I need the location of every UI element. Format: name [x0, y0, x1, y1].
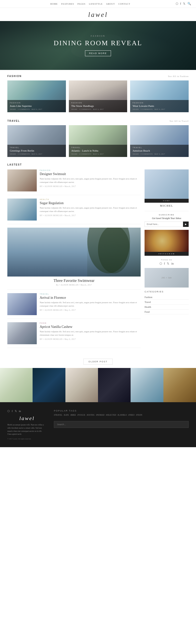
twitter-icon[interactable]: 𝕏: [183, 2, 185, 6]
sidebar-divider-1: [145, 211, 189, 211]
latest-main: FASHION Designer Swimsuit Nam lacinia vu…: [7, 170, 141, 351]
footer-tag-0[interactable]: #TRAVEL: [54, 414, 62, 416]
footer-tag-4[interactable]: #OOTDG: [87, 414, 94, 416]
older-posts-button[interactable]: OLDER POST: [83, 359, 113, 364]
follow-social-icons: ⬡ f 𝕏 in: [145, 262, 189, 266]
category-fashion[interactable]: Fashion: [145, 295, 189, 300]
fashion-section: FASHION See All in Fashion FASHION Jeans…: [0, 70, 196, 115]
footer-tag-5[interactable]: #NOMAD: [96, 414, 104, 416]
travel-card-3[interactable]: TRAVEL Jumeiran Beach SHARE · 3 COMMENTS…: [130, 125, 189, 157]
travel-card-2[interactable]: TRAVEL Atlantis - Lunch in Nobu SHARE · …: [69, 125, 127, 157]
article-3-image[interactable]: [7, 228, 141, 276]
article-row-1: FASHION Designer Swimsuit Nam lacinia vu…: [7, 170, 141, 195]
nav-pages[interactable]: PAGES: [77, 3, 85, 5]
article-2-image[interactable]: [7, 198, 37, 220]
article-3-title[interactable]: Three Favorite Swimwear: [7, 278, 141, 283]
article-2-category: HEALTH: [40, 198, 141, 200]
category-food[interactable]: Food: [145, 310, 189, 314]
facebook-icon[interactable]: f: [180, 2, 181, 6]
footer-img-2: [33, 368, 65, 402]
article-5-title[interactable]: Apricot Vanilla Cashew: [40, 325, 141, 329]
footer-facebook-icon[interactable]: f: [12, 410, 13, 413]
fashion-card-1[interactable]: FASHION Jeans Like Supermo SHARE · 3 COM…: [7, 80, 66, 112]
article-2-byline: BY • ALISON MORGAN • March, 2017: [40, 214, 141, 216]
latest-layout: FASHION Designer Swimsuit Nam lacinia vu…: [7, 170, 189, 351]
ad-label: 295 × 340: [161, 277, 172, 279]
article-4-image[interactable]: [7, 293, 37, 315]
footer-linkedin-icon[interactable]: in: [19, 410, 21, 413]
fashion-card-1-meta: SHARE · 3 COMMENTS · MAY 6, 2017: [10, 108, 63, 110]
footer-social-icons: ⬡ f 𝕏 in: [7, 410, 47, 413]
footer-tag-1[interactable]: #LIFE: [64, 414, 69, 416]
article-4-category: TRAVEL: [40, 293, 141, 295]
fashion-card-2-category: FASHION: [71, 102, 125, 104]
categories-title: Categories: [145, 290, 189, 293]
hero-banner: FASHION DINING ROOM REVEAL Read more: [0, 21, 196, 70]
hero-title: DINING ROOM REVEAL: [54, 39, 142, 47]
footer-tag-6[interactable]: #SILECTED: [106, 414, 116, 416]
search-icon[interactable]: 🔍: [187, 2, 191, 6]
follow-linkedin-icon[interactable]: in: [171, 262, 173, 266]
category-health[interactable]: Health: [145, 305, 189, 310]
footer-tag-3[interactable]: #VOGUE: [77, 414, 85, 416]
article-5-image[interactable]: [7, 322, 37, 344]
follow-instagram-icon[interactable]: ⬡: [159, 262, 162, 266]
fashion-card-3[interactable]: FASHION Wear Lowaist Pants SHARE · 3 COM…: [130, 80, 189, 112]
fashion-card-3-meta: SHARE · 3 COMMENTS · MAY 6, 2017: [133, 108, 186, 110]
article-1-category: FASHION: [40, 170, 141, 171]
follow-facebook-icon[interactable]: f: [164, 262, 165, 266]
article-row-4: TRAVEL Arrival in Florence Nam lacinia v…: [7, 293, 141, 319]
nav-home[interactable]: HOME: [50, 3, 58, 5]
fashion-section-title: FASHION: [7, 75, 22, 78]
subscribe-tagline: Get lawel Straight Your Inbox: [145, 217, 189, 220]
instagram-tag[interactable]: INSTAGRAM: [145, 252, 189, 256]
sidebar-author: SURF MICHEL: [145, 170, 189, 208]
nav-contact[interactable]: CONTACT: [118, 3, 130, 5]
fashion-see-all-link[interactable]: See All in Fashion: [168, 75, 189, 78]
footer-tag-8[interactable]: #THEO: [128, 414, 135, 416]
article-4-excerpt: Nam lacinia vulputat elit. Sed arcu orci…: [40, 301, 141, 308]
footer-tag-7[interactable]: #LAWBLO: [118, 414, 127, 416]
travel-card-1[interactable]: TRAVEL Greetings From Berlin SHARE · 3 C…: [7, 125, 66, 157]
nav-lifestyle[interactable]: LIFESTYLE: [89, 3, 103, 5]
article-5-content: FOOD Apricot Vanilla Cashew Nam lacinia …: [40, 322, 141, 344]
travel-see-all-link[interactable]: See All in Travel: [169, 120, 189, 122]
fashion-card-2[interactable]: FASHION The Straw Handbags SHARE · 3 COM…: [69, 80, 127, 112]
footer-img-1: [0, 368, 33, 402]
subscribe-button[interactable]: ▶: [183, 222, 189, 227]
article-2-title[interactable]: Sugar Regulation: [40, 201, 141, 205]
footer-search-input[interactable]: [54, 421, 189, 428]
fashion-card-grid: FASHION Jeans Like Supermo SHARE · 3 COM…: [7, 80, 189, 112]
footer-instagram-icon[interactable]: ⬡: [7, 410, 10, 413]
category-travel[interactable]: Travel: [145, 300, 189, 305]
footer-tag-2[interactable]: #BIKE: [70, 414, 76, 416]
travel-card-3-category: TRAVEL: [133, 147, 186, 148]
footer-twitter-icon[interactable]: 𝕏: [15, 410, 17, 413]
follow-twitter-icon[interactable]: 𝕏: [167, 262, 169, 266]
instagram-icon[interactable]: ⬡: [176, 2, 178, 6]
article-4-title[interactable]: Arrival in Florence: [40, 296, 141, 300]
travel-card-1-title: Greetings From Berlin: [10, 149, 63, 152]
article-3-byline: By • ALISON MORGAN • March, 2017: [7, 284, 141, 286]
travel-card-1-meta: SHARE · 3 COMMENTS · MAY 6, 2017: [10, 153, 63, 155]
footer-tags-list: #TRAVEL #LIFE #BIKE #VOGUE #OOTDG #NOMAD…: [54, 414, 189, 416]
hero-read-more-button[interactable]: Read more: [85, 50, 111, 56]
svg-rect-2: [7, 228, 141, 276]
footer-tags-section: Popular Tags #TRAVEL #LIFE #BIKE #VOGUE …: [54, 410, 189, 440]
article-1-image[interactable]: [7, 170, 37, 192]
nav-about[interactable]: ABOUT: [106, 3, 115, 5]
follow-label: Follow me: [145, 259, 189, 261]
nav-features[interactable]: FEATURES: [61, 3, 74, 5]
travel-card-grid: TRAVEL Greetings From Berlin SHARE · 3 C…: [7, 125, 189, 157]
footer-inner: ⬡ f 𝕏 in lawel Morbi accumsan ipsum veli…: [7, 410, 189, 440]
footer-logo: lawel: [7, 415, 47, 422]
article-row-2: HEALTH Sugar Regulation Nam lacinia vulp…: [7, 198, 141, 224]
article-1-title[interactable]: Designer Swimsuit: [40, 172, 141, 176]
fashion-card-2-meta: SHARE · 3 COMMENTS · MAY 6, 2017: [71, 108, 125, 110]
footer-img-5: [131, 368, 163, 402]
footer-tag-9[interactable]: #TEON: [136, 414, 142, 416]
article-4-byline: BY • ALISON MORGAN • May 6, 2017: [40, 309, 141, 311]
author-name: MICHEL: [145, 203, 189, 208]
subscribe-label: Subscribe: [145, 214, 189, 216]
subscribe-input[interactable]: [145, 222, 183, 227]
